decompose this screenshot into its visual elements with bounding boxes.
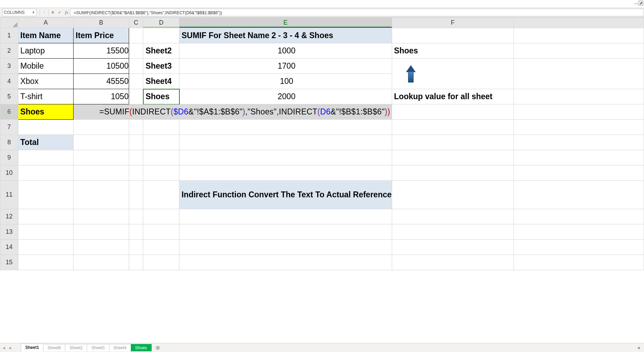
row-header[interactable]: 8 [0, 135, 18, 150]
add-sheet-button[interactable]: ⊕ [151, 343, 164, 352]
title-bar: ··· ⬈ [0, 0, 644, 8]
cell-C1[interactable] [129, 28, 143, 43]
row-header[interactable]: 15 [0, 255, 18, 270]
col-header-D[interactable]: D [143, 18, 179, 28]
enter-formula-button[interactable]: ✓ [56, 9, 63, 16]
cell-F3[interactable] [392, 59, 514, 89]
row-header[interactable]: 11 [0, 181, 18, 209]
tab-sheet3[interactable]: Sheet3 [87, 344, 109, 351]
tab-sheet2[interactable]: Sheet2 [65, 344, 87, 351]
sheet-tabs: ◄ ◄ Sheet1 Sheet6 Sheet2 Sheet3 Sheet4 S… [0, 343, 644, 352]
formula-input[interactable]: =SUMIF(INDIRECT($D6&"!$A$1:$B$6"),"Shoes… [70, 9, 644, 16]
col-header-F[interactable]: F [392, 18, 514, 28]
cell-F5[interactable]: Lookup value for all sheet [392, 89, 514, 104]
cell-F1[interactable] [392, 28, 514, 43]
cancel-formula-button[interactable]: ✕ [49, 9, 56, 16]
row-header[interactable]: 7 [0, 120, 18, 135]
cell-E2[interactable]: 1000 [179, 43, 392, 59]
formula-bar: COLUMNS ▼ ⋮ ✕ ✓ fx =SUMIF(INDIRECT($D6&"… [0, 8, 644, 17]
row-header[interactable]: 14 [0, 240, 18, 255]
cell-B5[interactable]: 1050 [74, 89, 129, 104]
tab-nav-first-icon[interactable]: ◄ [2, 346, 6, 350]
row-header[interactable]: 5 [0, 89, 18, 104]
name-box[interactable]: COLUMNS ▼ [2, 9, 37, 16]
row-header[interactable]: 10 [0, 165, 18, 181]
tab-nav-prev-icon[interactable]: ◄ [8, 346, 12, 350]
cell-B2[interactable]: 15500 [74, 43, 129, 59]
tab-sheet6[interactable]: Sheet6 [43, 344, 65, 351]
row-header[interactable]: 1 [0, 28, 18, 43]
tab-shoes[interactable]: Shoes [131, 344, 152, 351]
row-header[interactable]: 13 [0, 224, 18, 240]
cell-E11[interactable]: Indirect Function Convert The Text To Ac… [179, 181, 392, 209]
cell-E4[interactable]: 100 [179, 74, 392, 89]
row-header[interactable]: 2 [0, 43, 18, 59]
ribbon-collapse-icon[interactable]: ⬈ [638, 1, 643, 6]
cell-F2[interactable]: Shoes [392, 43, 514, 59]
cell-D5[interactable]: Shoes [143, 89, 179, 104]
cell-D2[interactable]: Sheet2 [143, 43, 179, 59]
row-header[interactable]: 9 [0, 150, 18, 165]
cell-E5[interactable]: 2000 [179, 89, 392, 104]
cell-D1[interactable] [143, 28, 179, 43]
col-header-A[interactable]: A [18, 18, 74, 28]
tab-sheet4[interactable]: Sheet4 [109, 344, 131, 351]
cell-B1[interactable]: Item Price [74, 28, 129, 43]
cell-B4[interactable]: 45550 [74, 74, 129, 89]
chevron-down-icon[interactable]: ▼ [32, 11, 35, 14]
cell-A1[interactable]: Item Name [18, 28, 74, 43]
fx-icon[interactable]: fx [63, 9, 70, 16]
col-header-extra[interactable] [514, 18, 644, 28]
cell-B3[interactable]: 10500 [74, 59, 129, 74]
row-header[interactable]: 6 [0, 104, 18, 120]
cell-A2[interactable]: Laptop [18, 43, 74, 59]
row-header[interactable]: 4 [0, 74, 18, 89]
cell-A3[interactable]: Mobile [18, 59, 74, 74]
col-header-E[interactable]: E [179, 18, 392, 28]
scroll-left-indicator[interactable]: ◄ [636, 345, 644, 350]
cell-F6[interactable] [392, 104, 514, 120]
cell-E3[interactable]: 1700 [179, 59, 392, 74]
cell-C3[interactable] [129, 59, 143, 74]
col-header-C[interactable]: C [129, 18, 143, 28]
cell-C5[interactable] [129, 89, 143, 104]
cell-D3[interactable]: Sheet3 [143, 59, 179, 74]
cell-C2[interactable] [129, 43, 143, 59]
select-all-corner[interactable] [0, 18, 18, 28]
cell-C4[interactable] [129, 74, 143, 89]
cell-D4[interactable]: Sheet4 [143, 74, 179, 89]
dots-icon[interactable]: ⋮ [41, 9, 48, 16]
row-header[interactable]: 3 [0, 59, 18, 74]
cell-A8[interactable]: Total [18, 135, 74, 150]
cell-E1[interactable]: SUMIF For Sheet Name 2 - 3 - 4 & Shoes [179, 28, 392, 43]
cell-A5[interactable]: T-shirt [18, 89, 74, 104]
cell-A4[interactable]: Xbox [18, 74, 74, 89]
name-box-value: COLUMNS [4, 10, 25, 15]
col-header-B[interactable]: B [74, 18, 129, 28]
cell-A6[interactable]: Shoes [18, 104, 74, 120]
row-header[interactable]: 12 [0, 209, 18, 224]
tab-sheet1[interactable]: Sheet1 [21, 344, 43, 352]
grid[interactable]: A B C D E F 1 Item Name Item Price SUMIF… [0, 17, 644, 343]
up-arrow-icon [406, 65, 416, 83]
cell-B6-E6-formula[interactable]: =SUMIF(INDIRECT($D6&"!$A$1:$B$6"),"Shoes… [74, 104, 392, 120]
